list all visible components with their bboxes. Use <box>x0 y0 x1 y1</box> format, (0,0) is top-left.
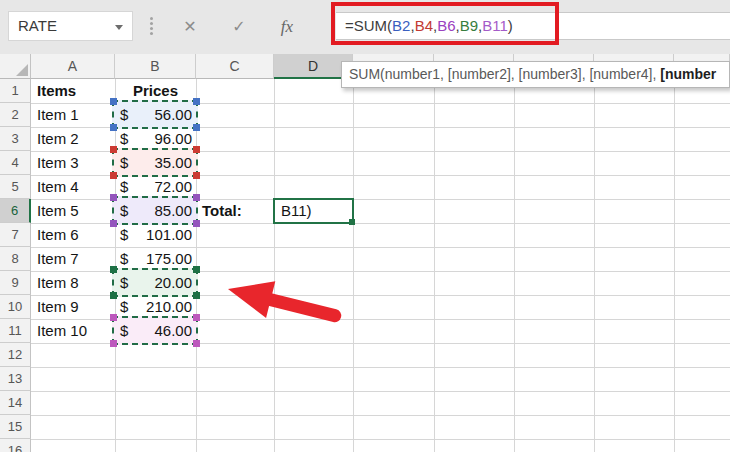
currency-symbol: $ <box>120 295 128 319</box>
ref-handle[interactable] <box>193 220 200 227</box>
cell-B3[interactable]: $96.00 <box>120 127 192 151</box>
cell-B8[interactable]: $175.00 <box>120 247 192 271</box>
ref-handle[interactable] <box>110 172 117 179</box>
cell-B10[interactable]: $210.00 <box>120 295 192 319</box>
col-header-C[interactable]: C <box>196 54 274 79</box>
currency-symbol: $ <box>120 271 128 295</box>
row-header-3[interactable]: 3 <box>0 127 31 151</box>
cell-A4[interactable]: Item 3 <box>37 151 109 175</box>
excel-window: RATE ✕ ✓ fx =SUM(B2,B4,B6,B9,B11) ABCD 1… <box>0 0 730 452</box>
row-header-6[interactable]: 6 <box>0 199 31 223</box>
cell-B7[interactable]: $101.00 <box>120 223 192 247</box>
ref-handle[interactable] <box>193 172 200 179</box>
row-header-14[interactable]: 14 <box>0 391 31 415</box>
currency-symbol: $ <box>120 223 128 247</box>
ref-handle[interactable] <box>110 124 117 131</box>
gridline-vertical <box>674 79 675 452</box>
insert-function-button[interactable]: fx <box>272 12 302 42</box>
cell-C6[interactable]: Total: <box>202 199 268 223</box>
row-header-12[interactable]: 12 <box>0 343 31 367</box>
currency-symbol: $ <box>120 175 128 199</box>
gridline-vertical <box>353 79 354 452</box>
row-header-1[interactable]: 1 <box>0 79 31 103</box>
name-box-value: RATE <box>18 12 57 40</box>
row-header-10[interactable]: 10 <box>0 295 31 319</box>
function-tooltip: SUM(number1, [number2], [number3], [numb… <box>341 61 730 88</box>
ref-handle[interactable] <box>193 146 200 153</box>
row-header-4[interactable]: 4 <box>0 151 31 175</box>
row-header-7[interactable]: 7 <box>0 223 31 247</box>
formula-toolbar: RATE ✕ ✓ fx =SUM(B2,B4,B6,B9,B11) <box>0 0 730 54</box>
amount: 35.00 <box>154 151 192 175</box>
amount: 85.00 <box>154 199 192 223</box>
cell-A5[interactable]: Item 4 <box>37 175 109 199</box>
ref-handle[interactable] <box>193 124 200 131</box>
chevron-down-icon[interactable] <box>115 25 123 30</box>
amount: 96.00 <box>154 127 192 151</box>
ref-handle[interactable] <box>110 146 117 153</box>
ref-handle[interactable] <box>110 266 117 273</box>
cell-A2[interactable]: Item 1 <box>37 103 109 127</box>
tooltip-current-arg: [number <box>660 66 716 82</box>
cell-B4[interactable]: $35.00 <box>120 151 192 175</box>
cell-A1[interactable]: Items <box>37 79 109 103</box>
ref-handle[interactable] <box>110 292 117 299</box>
ref-handle[interactable] <box>110 314 117 321</box>
cell-A8[interactable]: Item 7 <box>37 247 109 271</box>
cell-A9[interactable]: Item 8 <box>37 271 109 295</box>
currency-symbol: $ <box>120 103 128 127</box>
drag-handle-dots-icon <box>150 17 153 20</box>
row-header-5[interactable]: 5 <box>0 175 31 199</box>
row-header-9[interactable]: 9 <box>0 271 31 295</box>
cell-A6[interactable]: Item 5 <box>37 199 109 223</box>
currency-symbol: $ <box>120 199 128 223</box>
row-header-13[interactable]: 13 <box>0 367 31 391</box>
tooltip-text: SUM(number1, [number2], [number3], [numb… <box>349 66 660 82</box>
cell-A3[interactable]: Item 2 <box>37 127 109 151</box>
ref-handle[interactable] <box>110 340 117 347</box>
cancel-button[interactable]: ✕ <box>175 12 205 42</box>
gridline-vertical <box>594 79 595 452</box>
col-header-A[interactable]: A <box>31 54 115 79</box>
cell-B9[interactable]: $20.00 <box>120 271 192 295</box>
enter-button[interactable]: ✓ <box>224 12 254 42</box>
ref-handle[interactable] <box>110 194 117 201</box>
gridline-horizontal <box>31 391 730 392</box>
amount: 56.00 <box>154 103 192 127</box>
select-all-triangle-icon <box>16 64 28 76</box>
cell-B1[interactable]: Prices <box>115 79 196 103</box>
fill-handle[interactable] <box>349 219 355 225</box>
gridline-vertical <box>434 79 435 452</box>
currency-symbol: $ <box>120 247 128 271</box>
arrow-tail <box>265 298 335 315</box>
gridline-horizontal <box>31 439 730 440</box>
cell-A10[interactable]: Item 9 <box>37 295 109 319</box>
cell-B11[interactable]: $46.00 <box>120 319 192 343</box>
row-header-16[interactable]: 16 <box>0 439 31 452</box>
amount: 46.00 <box>154 319 192 343</box>
gridline-horizontal <box>31 367 730 368</box>
amount: 101.00 <box>146 223 192 247</box>
currency-symbol: $ <box>120 319 128 343</box>
cell-A11[interactable]: Item 10 <box>37 319 109 343</box>
ref-handle[interactable] <box>110 220 117 227</box>
col-header-B[interactable]: B <box>115 54 196 79</box>
cell-B6[interactable]: $85.00 <box>120 199 192 223</box>
currency-symbol: $ <box>120 127 128 151</box>
row-header-11[interactable]: 11 <box>0 319 31 343</box>
row-header-8[interactable]: 8 <box>0 247 31 271</box>
gridline-vertical <box>514 79 515 452</box>
gridline-horizontal <box>31 415 730 416</box>
row-header-15[interactable]: 15 <box>0 415 31 439</box>
name-box[interactable]: RATE <box>8 11 133 41</box>
select-all-corner[interactable] <box>0 54 31 79</box>
cell-A7[interactable]: Item 6 <box>37 223 109 247</box>
sheet-body: ItemsPricesItem 1$56.00Item 2$96.00Item … <box>31 79 730 452</box>
ref-handle[interactable] <box>193 194 200 201</box>
cell-B5[interactable]: $72.00 <box>120 175 192 199</box>
cell-B2[interactable]: $56.00 <box>120 103 192 127</box>
red-arrow-annotation <box>190 258 350 350</box>
amount: 20.00 <box>154 271 192 295</box>
active-cell-D6[interactable]: B11) <box>273 198 354 224</box>
row-header-2[interactable]: 2 <box>0 103 31 127</box>
